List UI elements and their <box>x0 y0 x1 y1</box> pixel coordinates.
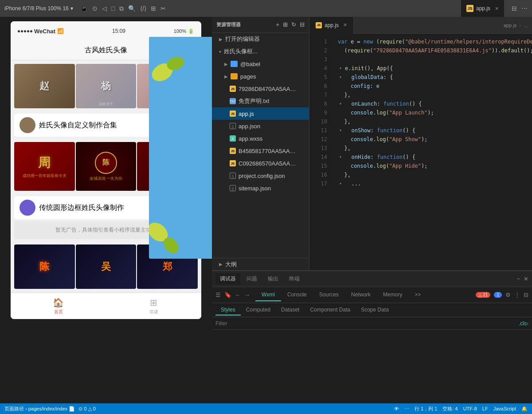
code-area[interactable]: 12345 678910 1112131415 1617 var e = new… <box>309 34 532 270</box>
line-col[interactable]: 行 1，列 1 <box>415 406 437 412</box>
surname-zhao: 赵 <box>39 79 49 93</box>
more-icon[interactable]: ⋯ <box>521 5 528 12</box>
phone-icon[interactable]: 📱 <box>80 5 88 12</box>
filter-arrow-icon[interactable]: › <box>527 320 528 327</box>
sidebar-item-79286[interactable]: JS 79286D8470AA5AAF1F... <box>212 83 309 95</box>
image-item-1[interactable]: 赵 <box>14 64 75 108</box>
editor-tab-appjs-active[interactable]: JS app.js ✕ <box>309 17 354 34</box>
collapse-icon[interactable]: ⊟ <box>300 21 305 28</box>
split-editor-icon[interactable]: ⊟ <box>512 5 517 12</box>
debugger-tab-more[interactable]: >> <box>408 289 427 301</box>
dock-icon[interactable]: ⊟ <box>524 292 528 298</box>
new-file-icon[interactable]: + <box>276 21 279 28</box>
cls-label[interactable]: .cls <box>519 320 527 327</box>
code-content[interactable]: var e = new (require("@babel/runtime/hel… <box>331 34 532 270</box>
inspector-toggle-icon[interactable]: ☰ <box>215 292 221 298</box>
sidebar-item-projectconfig[interactable]: {} project.config.json <box>212 170 309 182</box>
inspector-tab-scopedata[interactable]: Scope Data <box>356 305 394 315</box>
spaces[interactable]: 空格: 4 <box>442 406 458 412</box>
collapse-icon-8[interactable]: ▾ <box>338 99 343 108</box>
language[interactable]: JavaScript <box>493 406 516 411</box>
filter-input[interactable] <box>215 320 519 327</box>
collapse-icon-11[interactable]: ▾ <box>338 126 343 135</box>
collapse-icon-5[interactable]: ▾ <box>338 73 343 82</box>
chevron-down-icon: ▾ <box>70 5 73 12</box>
tab-close-icon[interactable]: ✕ <box>495 6 499 12</box>
sidebar-item-babel[interactable]: ▶ @babel <box>212 58 309 70</box>
image-red-1[interactable]: 周 成功用一百年前应有今天 <box>14 142 75 191</box>
inspector-tab-styles[interactable]: Styles <box>215 305 241 315</box>
sidebar-section-outline[interactable]: ▶ 大纲 <box>212 258 309 270</box>
bookmark-icon[interactable]: 🔖 <box>224 292 231 298</box>
status-bar: 页面路径 › pages/index/index 📄 ⊙ 0 △ 0 👁 ⋯ 行… <box>0 403 532 414</box>
device-selector[interactable]: iPhone 6/7/8 Plus 100% 16 ▾ <box>4 5 73 12</box>
arrow-icon-outline: ▶ <box>219 262 223 267</box>
bell-icon[interactable]: 🔔 <box>521 406 528 412</box>
sidebar-item-pages[interactable]: ▶ pages <box>212 70 309 83</box>
tab-output[interactable]: 输出 <box>263 273 283 284</box>
stop-icon[interactable]: □ <box>111 5 115 12</box>
inspector-tab-computed[interactable]: Computed <box>241 305 276 315</box>
settings-icon[interactable]: ⚙ <box>505 292 511 298</box>
copy-icon[interactable]: ⧉ <box>119 5 124 12</box>
debugger-tab-wxml[interactable]: Wxml <box>255 289 281 301</box>
inspector-tab-dataset[interactable]: Dataset <box>276 305 305 315</box>
back-nav-icon[interactable]: ← <box>235 292 241 298</box>
status-view-icon[interactable]: 👁 <box>394 406 399 411</box>
debugger-tab-sources[interactable]: Sources <box>313 289 345 301</box>
page-file-icon: 📄 <box>69 406 75 412</box>
tab-debugger[interactable]: 调试器 <box>215 273 240 284</box>
sidebar-item-b458[interactable]: JS B458581770AA5AAFD... <box>212 145 309 157</box>
encoding[interactable]: UTF-8 <box>463 406 477 411</box>
grid-nav-icon: ⊞ <box>150 297 157 308</box>
inspector-tab-componentdata[interactable]: Component Data <box>305 305 356 315</box>
editor-tab-close[interactable]: ✕ <box>343 22 347 28</box>
status-more-icon[interactable]: ⋯ <box>404 406 409 412</box>
page-path-item[interactable]: 页面路径 › pages/index/index 📄 <box>4 406 75 412</box>
sidebar-item-appwxss[interactable]: S app.wxss <box>212 132 309 145</box>
back-icon[interactable]: ◁ <box>102 5 107 12</box>
minimize-panel-icon[interactable]: − <box>516 276 520 282</box>
grid-icon[interactable]: ⊞ <box>151 5 156 12</box>
more-debugger-icon[interactable]: ⋮ <box>514 292 520 298</box>
collapse-icon-17[interactable]: ▾ <box>338 179 343 188</box>
bottom-nav-home[interactable]: 🏠 首页 <box>11 297 106 315</box>
debugger-tab-memory[interactable]: Memory <box>377 289 408 301</box>
collapse-icon-4[interactable]: ▾ <box>338 64 343 73</box>
sidebar-header: 资源管理器 + ⊞ ↻ ⊟ <box>212 17 309 33</box>
image-dark-2[interactable]: 吴 <box>76 244 137 289</box>
new-folder-icon[interactable]: ⊞ <box>283 21 288 28</box>
dark-char-3: 郑 <box>163 260 172 273</box>
code-line-9: console.log("App Launch"); <box>338 108 532 117</box>
image-dark-1[interactable]: 陈 <box>14 244 75 289</box>
image-item-2[interactable]: 杨 活在当下 <box>76 64 137 108</box>
bottom-nav-build[interactable]: ⊞ 搭建 <box>106 297 201 315</box>
editor-tab-js-icon: JS <box>316 22 322 28</box>
sidebar-item-c092[interactable]: JS C092686570AA5AAFA6... <box>212 157 309 170</box>
tab-terminal[interactable]: 终端 <box>285 273 304 284</box>
sidebar-section-project[interactable]: ▾ 姓氏头像框... <box>212 45 309 58</box>
eol[interactable]: LF <box>482 406 488 411</box>
appjson-label: app.json <box>239 123 260 130</box>
circle-icon[interactable]: ⊙ <box>92 5 98 12</box>
forward-nav-icon[interactable]: → <box>244 292 250 298</box>
phone-battery: 100% 🔋 <box>174 28 194 34</box>
search-icon[interactable]: 🔍 <box>128 5 136 12</box>
debugger-tab-network[interactable]: Network <box>345 289 377 301</box>
sidebar-item-sitemap[interactable]: {} sitemap.json <box>212 182 309 194</box>
status-errors[interactable]: ⊙ 0 △ 0 <box>78 406 95 412</box>
refresh-icon[interactable]: ↻ <box>291 21 296 28</box>
editor-tab-appjs[interactable]: JS app.js ✕ <box>461 0 505 17</box>
sidebar-item-appjson[interactable]: {} app.json <box>212 120 309 132</box>
sidebar-item-disclaimer[interactable]: TXT 免责声明.txt <box>212 95 309 107</box>
sidebar-section-open[interactable]: ▶ 打开的编辑器 <box>212 33 309 45</box>
tab-problems[interactable]: 问题 <box>242 273 262 284</box>
collapse-icon-14[interactable]: ▾ <box>338 153 343 162</box>
sidebar-item-appjs[interactable]: JS app.js <box>212 107 309 120</box>
battery-percent: 100% <box>174 28 186 34</box>
close-panel-icon[interactable]: ✕ <box>524 276 528 282</box>
image-red-2[interactable]: 陈 金城汤池 一生为你 <box>76 142 137 191</box>
debug-icon[interactable]: ⟨/⟩ <box>140 5 146 12</box>
debugger-tab-console[interactable]: Console <box>281 289 313 301</box>
cut-icon[interactable]: ✂ <box>160 5 166 12</box>
